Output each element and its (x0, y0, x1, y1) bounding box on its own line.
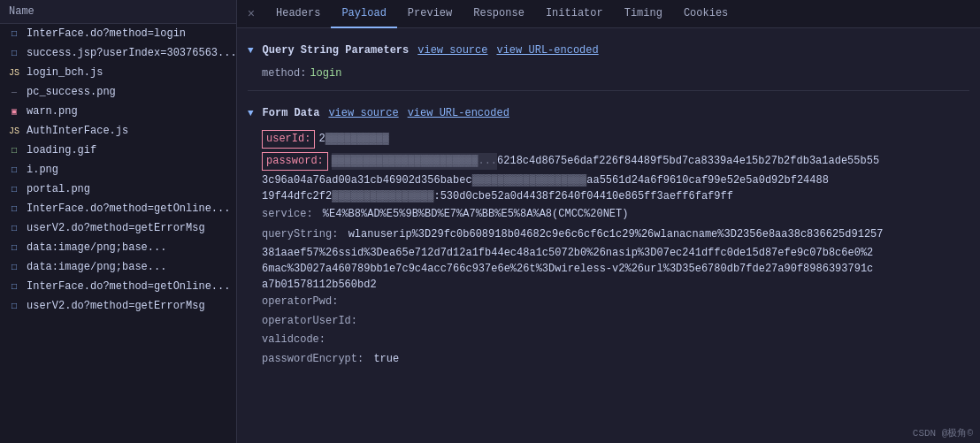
file-icon: JS (7, 124, 21, 138)
file-name: userV2.do?method=getErrorMsg (27, 300, 205, 312)
service-key: service: (262, 208, 313, 220)
file-icon: JS (7, 65, 21, 80)
file-icon: □ (7, 260, 21, 274)
service-value: %E4%B8%AD%E5%9B%BD%E7%A7%BB%E5%8A%A8(CMC… (323, 208, 629, 220)
querystring-line4: a7b01578112b560bd2 (248, 277, 969, 293)
file-item[interactable]: □success.jsp?userIndex=30376563... (0, 43, 236, 63)
tab-timing[interactable]: Timing (614, 0, 673, 28)
tab-cookies[interactable]: Cookies (673, 0, 739, 28)
file-icon: □ (7, 46, 21, 60)
file-icon: □ (7, 279, 21, 294)
file-name: data:image/png;base... (27, 261, 166, 273)
query-string-section-header: ▼ Query String Parameters view source vi… (248, 42, 969, 59)
form-data-section: ▼ Form Data view source view URL-encoded… (248, 90, 969, 370)
password-line2: 3c96a04a76ad00a31cb46902d356babec▓▓▓▓▓▓▓… (248, 172, 969, 188)
file-item[interactable]: □i.png (0, 160, 236, 179)
file-item[interactable]: JSAuthInterFace.js (0, 121, 236, 141)
file-icon: □ (7, 27, 21, 41)
file-list-panel: Name □InterFace.do?method=login□success.… (0, 0, 237, 443)
file-item[interactable]: □data:image/png;base... (0, 238, 236, 257)
form-data-title: Form Data (263, 105, 320, 122)
view-url-encoded-link-qs[interactable]: view URL-encoded (496, 42, 598, 59)
file-list-header: Name (0, 0, 236, 24)
file-item[interactable]: □userV2.do?method=getErrorMsg (0, 296, 236, 316)
file-icon: □ (7, 241, 21, 255)
method-param-row: method: login (248, 65, 969, 83)
file-item[interactable]: —pc_success.png (0, 82, 236, 102)
operatorpwd-row: operatorPwd: (248, 293, 969, 311)
file-name: data:image/png;base... (27, 241, 166, 254)
file-name: pc_success.png (27, 86, 116, 98)
passwordencrypt-key: passwordEncrypt: (262, 353, 364, 365)
view-source-link-qs[interactable]: view source (417, 42, 487, 59)
payload-content: ▼ Query String Parameters view source vi… (237, 28, 980, 443)
close-tab-button[interactable]: × (241, 4, 262, 25)
tab-payload[interactable]: Payload (331, 0, 396, 28)
file-icon: □ (7, 202, 21, 216)
tab-headers[interactable]: Headers (265, 0, 331, 28)
file-item[interactable]: ▣warn.png (0, 102, 236, 121)
file-item[interactable]: □InterFace.do?method=getOnline... (0, 277, 236, 296)
querystring-line2: 381aaef57%26ssid%3Dea65e712d7d12a1fb44ec… (248, 245, 969, 261)
userid-key: userId: (262, 130, 315, 149)
query-string-title: Query String Parameters (263, 42, 410, 59)
passwordencrypt-value: true (373, 353, 399, 365)
file-item[interactable]: □InterFace.do?method=login (0, 24, 236, 43)
file-item[interactable]: JSlogin_bch.js (0, 63, 236, 82)
file-name: InterFace.do?method=getOnline... (27, 202, 230, 215)
tabs-bar: × HeadersPayloadPreviewResponseInitiator… (237, 0, 980, 28)
view-url-encoded-link-fd[interactable]: view URL-encoded (408, 105, 509, 122)
password-field-row: password: ▓▓▓▓▓▓▓▓▓▓▓▓▓▓▓▓▓▓▓▓▓▓▓...6218… (248, 150, 969, 172)
file-icon: □ (7, 221, 21, 235)
right-panel: × HeadersPayloadPreviewResponseInitiator… (237, 0, 980, 443)
tab-response[interactable]: Response (463, 0, 535, 28)
validcode-key: validcode: (262, 333, 325, 346)
operatoruserid-key: operatorUserId: (262, 315, 357, 327)
password-line3: 19f44dfc2f2▓▓▓▓▓▓▓▓▓▓▓▓▓▓▓▓:530d0cbe52a0… (248, 188, 969, 204)
operatoruserid-row: operatorUserId: (248, 312, 969, 331)
file-icon: □ (7, 143, 21, 157)
password-key: password: (262, 152, 328, 171)
file-item[interactable]: □data:image/png;base... (0, 257, 236, 277)
query-string-arrow: ▼ (248, 43, 254, 59)
method-value: login (310, 65, 341, 82)
file-name: loading.gif (27, 144, 96, 157)
form-data-section-header: ▼ Form Data view source view URL-encoded (248, 105, 969, 122)
tab-initiator[interactable]: Initiator (535, 0, 614, 28)
watermark: CSDN @极角© (913, 426, 973, 439)
file-item[interactable]: □loading.gif (0, 141, 236, 160)
file-name: i.png (27, 164, 58, 176)
view-source-link-fd[interactable]: view source (328, 105, 398, 122)
userid-field-row: userId: 2▓▓▓▓▓▓▓▓▓▓ (248, 128, 969, 150)
file-name: userV2.do?method=getErrorMsg (27, 222, 205, 234)
file-icon: □ (7, 163, 21, 177)
file-item[interactable]: □portal.png (0, 179, 236, 199)
querystring-value1: wlanuserip%3D29fc0b608918b04682c9e6c6cf6… (348, 228, 884, 241)
password-value-blurred: ▓▓▓▓▓▓▓▓▓▓▓▓▓▓▓▓▓▓▓▓▓▓▓... (332, 153, 497, 170)
service-row: service: %E4%B8%AD%E5%9B%BD%E7%A7%BB%E5%… (248, 204, 969, 225)
tab-preview[interactable]: Preview (397, 0, 463, 28)
operatorpwd-key: operatorPwd: (262, 295, 338, 308)
form-data-arrow: ▼ (248, 106, 254, 122)
file-name: InterFace.do?method=login (27, 27, 186, 40)
file-name: AuthInterFace.js (27, 125, 128, 137)
file-icon: □ (7, 299, 21, 313)
file-name: login_bch.js (27, 66, 103, 79)
validcode-row: validcode: (248, 331, 969, 349)
file-icon: — (7, 85, 21, 99)
file-icon: ▣ (7, 104, 21, 118)
userid-value: 2▓▓▓▓▓▓▓▓▓▓ (318, 131, 388, 148)
method-key: method: (262, 65, 306, 82)
file-icon: □ (7, 182, 21, 196)
file-item[interactable]: □InterFace.do?method=getOnline... (0, 199, 236, 218)
password-value: 6218c4d8675e6daf226f84489f5bd7ca8339a4e1… (497, 153, 879, 170)
file-name: portal.png (27, 183, 90, 195)
tabs-container: HeadersPayloadPreviewResponseInitiatorTi… (265, 0, 739, 28)
passwordencrypt-row: passwordEncrypt: true (248, 349, 969, 370)
querystring-key: queryString: (262, 228, 338, 241)
file-name: success.jsp?userIndex=30376563... (27, 47, 236, 59)
querystring-row: queryString: wlanuserip%3D29fc0b608918b0… (248, 225, 969, 245)
file-name: warn.png (27, 105, 78, 118)
file-item[interactable]: □userV2.do?method=getErrorMsg (0, 218, 236, 238)
userid-blurred: ▓▓▓▓▓▓▓▓▓▓ (325, 133, 389, 145)
